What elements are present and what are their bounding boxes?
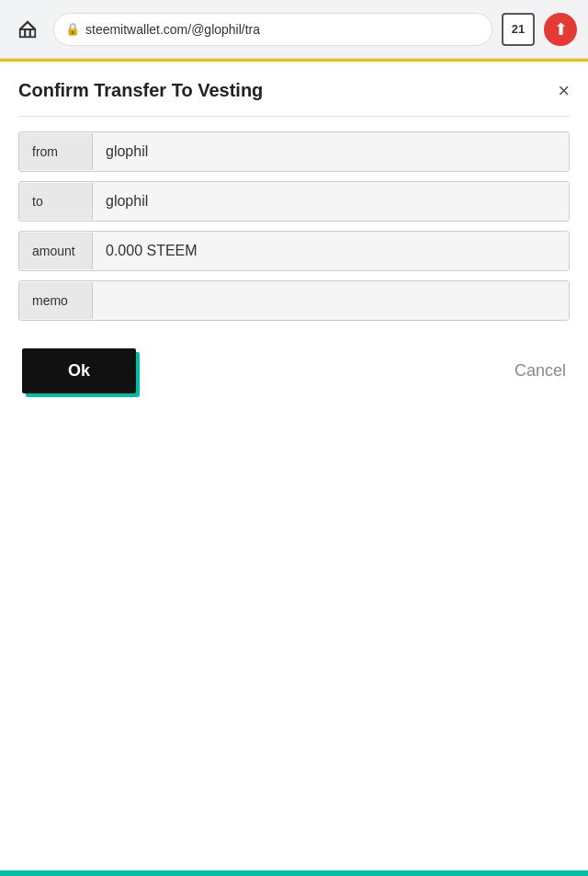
upload-icon: ⬆	[554, 21, 568, 38]
upload-button[interactable]: ⬆	[544, 13, 577, 46]
url-text: steemitwallet.com/@glophil/tra	[85, 22, 260, 37]
memo-input[interactable]	[93, 281, 569, 320]
memo-field: memo	[18, 280, 570, 321]
button-row: Ok Cancel	[18, 348, 570, 393]
page-content: Confirm Transfer To Vesting × from gloph…	[0, 59, 588, 870]
home-button[interactable]	[11, 13, 44, 46]
from-label: from	[19, 133, 93, 170]
bottom-bar	[0, 870, 588, 876]
to-field: to glophil	[18, 181, 570, 222]
cancel-button[interactable]: Cancel	[514, 361, 566, 381]
amount-input[interactable]	[93, 232, 569, 270]
svg-rect-0	[20, 29, 36, 37]
close-button[interactable]: ×	[558, 81, 570, 101]
to-label: to	[19, 183, 93, 220]
tab-count-button[interactable]: 21	[502, 13, 535, 46]
lock-icon: 🔒	[65, 22, 80, 36]
memo-label: memo	[19, 282, 93, 319]
modal-title: Confirm Transfer To Vesting	[18, 80, 263, 101]
url-bar[interactable]: 🔒 steemitwallet.com/@glophil/tra	[53, 13, 492, 46]
modal-header: Confirm Transfer To Vesting ×	[18, 80, 570, 117]
to-value: glophil	[93, 182, 569, 221]
ok-button[interactable]: Ok	[22, 348, 136, 393]
modal-dialog: Confirm Transfer To Vesting × from gloph…	[0, 62, 588, 421]
amount-field: amount	[18, 231, 570, 271]
amount-label: amount	[19, 233, 93, 269]
from-value: glophil	[93, 132, 569, 171]
browser-chrome: 🔒 steemitwallet.com/@glophil/tra 21 ⬆	[0, 0, 588, 59]
from-field: from glophil	[18, 131, 570, 172]
